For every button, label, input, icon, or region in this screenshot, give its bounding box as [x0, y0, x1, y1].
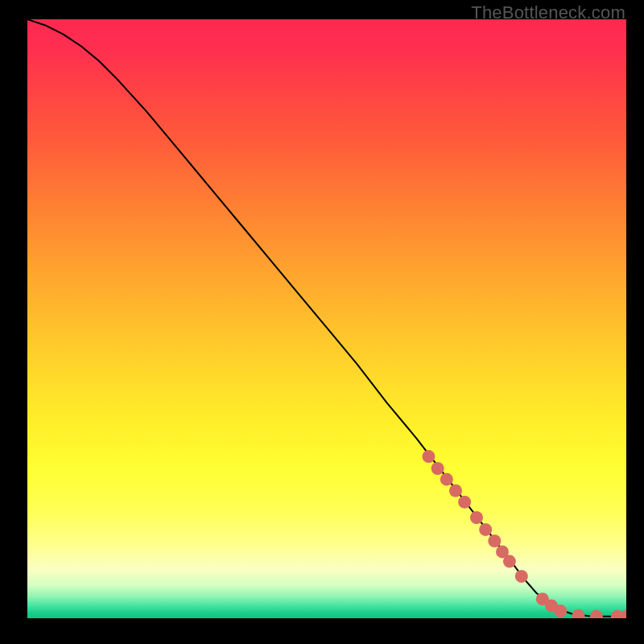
scatter-dot [470, 511, 483, 524]
scatter-dot [479, 523, 492, 536]
plot-area [27, 19, 626, 618]
scatter-dot [458, 496, 471, 509]
watermark-text: TheBottleneck.com [471, 2, 625, 23]
scatter-dot [440, 473, 453, 485]
scatter-dot [515, 570, 528, 583]
scatter-dot [422, 450, 435, 463]
chart-svg [27, 19, 626, 618]
chart-frame: TheBottleneck.com [0, 0, 644, 644]
gradient-background [27, 19, 626, 618]
scatter-dot [431, 462, 444, 475]
scatter-dot [488, 535, 501, 547]
scatter-dot [449, 485, 462, 497]
scatter-dot [554, 605, 567, 617]
scatter-dot [503, 555, 516, 568]
